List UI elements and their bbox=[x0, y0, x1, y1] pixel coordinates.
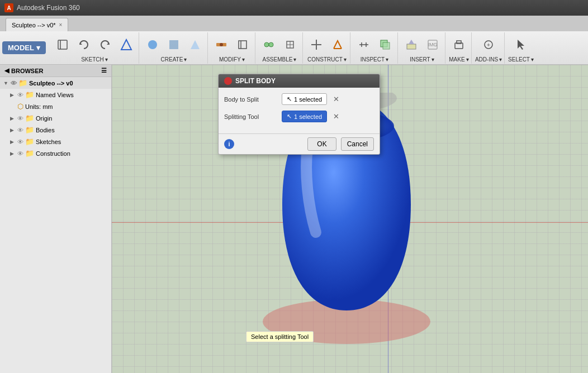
named-views-visibility-icon[interactable]: 👁 bbox=[17, 92, 23, 98]
insert-arrow[interactable]: ▾ bbox=[431, 56, 434, 63]
insert-btn-2[interactable]: IMG bbox=[423, 35, 443, 55]
origin-label: Origin bbox=[36, 115, 52, 122]
modify-btn-2[interactable] bbox=[233, 35, 253, 55]
select-btn-1[interactable] bbox=[511, 35, 531, 55]
body-to-split-selector[interactable]: ↖ 1 selected bbox=[282, 93, 327, 105]
inspect-arrow[interactable]: ▾ bbox=[386, 56, 388, 63]
model-button[interactable]: MODEL ▾ bbox=[2, 41, 46, 54]
bodies-arrow: ▶ bbox=[10, 127, 16, 133]
browser-item-sketches[interactable]: ▶ 👁 📁 Sketches bbox=[0, 136, 111, 147]
split-body-dialog: SPLIT BODY Body to Split ↖ 1 selected ✕ … bbox=[218, 74, 380, 155]
main-area: ◀ BROWSER ☰ ▼ 👁 📁 Sculpteo --> v0 ▶ 👁 📁 … bbox=[0, 65, 588, 373]
svg-point-13 bbox=[269, 42, 273, 47]
browser-item-bodies[interactable]: ▶ 👁 📁 Bodies bbox=[0, 124, 111, 136]
toolbar-section-assemble: ASSEMBLE ▾ bbox=[257, 32, 303, 64]
insert-btn-1[interactable] bbox=[401, 35, 421, 55]
dialog-footer: i OK Cancel bbox=[219, 133, 380, 154]
tool-selected-count: 1 selected bbox=[294, 113, 322, 120]
create-label: CREATE bbox=[161, 56, 183, 63]
sketch-action-btn[interactable] bbox=[116, 35, 136, 55]
root-label: Sculpteo --> v0 bbox=[29, 80, 73, 87]
sketches-visibility-icon[interactable]: 👁 bbox=[17, 138, 23, 145]
browser-item-construction[interactable]: ▶ 👁 📁 Construction bbox=[0, 147, 111, 159]
select-arrow[interactable]: ▾ bbox=[531, 56, 534, 63]
svg-text:+: + bbox=[487, 42, 490, 48]
construction-visibility-icon[interactable]: 👁 bbox=[17, 150, 23, 157]
make-label: MAKE bbox=[449, 56, 464, 63]
toolbar-section-select: SELECT ▾ bbox=[506, 32, 536, 64]
addins-arrow[interactable]: ▾ bbox=[499, 56, 502, 63]
active-tab[interactable]: Sculpteo --> v0* × bbox=[6, 18, 68, 31]
toolbar-section-create: CREATE ▾ bbox=[140, 32, 208, 64]
create-btn-3[interactable] bbox=[185, 35, 205, 55]
inspect-label: INSPECT bbox=[361, 56, 385, 63]
create-btn-2[interactable] bbox=[164, 35, 184, 55]
svg-point-12 bbox=[264, 42, 269, 47]
body-to-split-row: Body to Split ↖ 1 selected ✕ bbox=[224, 93, 374, 105]
dialog-title-text: SPLIT BODY bbox=[235, 77, 276, 85]
named-views-label: Named Views bbox=[36, 92, 74, 98]
named-views-arrow: ▶ bbox=[10, 92, 16, 98]
make-arrow[interactable]: ▾ bbox=[466, 56, 469, 63]
modify-label: MODIFY bbox=[219, 56, 241, 63]
construction-arrow: ▶ bbox=[10, 151, 16, 156]
ok-button[interactable]: OK bbox=[307, 137, 336, 151]
sidebar-collapse-btn[interactable]: ◀ bbox=[4, 67, 9, 74]
browser-item-root[interactable]: ▼ 👁 📁 Sculpteo --> v0 bbox=[0, 77, 111, 89]
make-btn-1[interactable] bbox=[449, 35, 469, 55]
inspect-btn-1[interactable] bbox=[354, 35, 374, 55]
sketches-arrow: ▶ bbox=[10, 139, 16, 145]
svg-text:A: A bbox=[7, 5, 11, 11]
create-arrow[interactable]: ▾ bbox=[184, 56, 187, 63]
model-label: MODEL bbox=[8, 44, 34, 52]
toolbar-section-sketch: SKETCH ▾ bbox=[50, 32, 139, 64]
tab-label: Sculpteo --> v0* bbox=[12, 22, 56, 28]
sketch-btn-1[interactable] bbox=[53, 35, 73, 55]
dialog-titlebar: SPLIT BODY bbox=[219, 74, 380, 88]
bodies-visibility-icon[interactable]: 👁 bbox=[17, 127, 23, 133]
body-selector-cursor-icon: ↖ bbox=[287, 95, 292, 103]
tool-clear-button[interactable]: ✕ bbox=[331, 112, 341, 121]
addins-btn-1[interactable]: + bbox=[478, 35, 499, 55]
named-views-folder-icon: 📁 bbox=[25, 90, 34, 99]
modify-arrow[interactable]: ▾ bbox=[242, 56, 245, 63]
construct-btn-2[interactable] bbox=[328, 35, 348, 55]
svg-marker-6 bbox=[121, 40, 131, 50]
root-folder-icon: 📁 bbox=[18, 79, 27, 87]
browser-title: BROWSER bbox=[11, 68, 43, 74]
svg-rect-2 bbox=[58, 40, 67, 49]
assemble-btn-1[interactable] bbox=[259, 35, 279, 55]
svg-point-7 bbox=[148, 40, 157, 49]
units-label: Units: mm bbox=[25, 103, 53, 110]
tab-close-button[interactable]: × bbox=[59, 22, 63, 28]
body-clear-button[interactable]: ✕ bbox=[331, 95, 341, 103]
dialog-close-btn[interactable] bbox=[224, 77, 232, 85]
construction-label: Construction bbox=[36, 150, 70, 157]
redo-btn[interactable] bbox=[95, 35, 115, 55]
browser-item-named-views[interactable]: ▶ 👁 📁 Named Views bbox=[0, 89, 111, 101]
viewport-tooltip: Select a splitting Tool bbox=[246, 331, 314, 342]
toolbar-section-insert: IMG INSERT ▾ bbox=[399, 32, 445, 64]
browser-item-origin[interactable]: ▶ 👁 📁 Origin bbox=[0, 112, 111, 124]
assemble-btn-2[interactable] bbox=[280, 35, 300, 55]
undo-btn[interactable] bbox=[74, 35, 94, 55]
sketch-arrow[interactable]: ▾ bbox=[105, 56, 108, 63]
sidebar-menu-btn[interactable]: ☰ bbox=[101, 67, 107, 74]
construct-btn-1[interactable] bbox=[306, 35, 326, 55]
splitting-tool-selector[interactable]: ↖ 1 selected bbox=[282, 111, 327, 122]
create-btn-1[interactable] bbox=[143, 35, 163, 55]
construct-arrow[interactable]: ▾ bbox=[344, 56, 347, 63]
construct-label: CONSTRUCT bbox=[307, 56, 343, 63]
viewport[interactable]: Select a splitting Tool SPLIT BODY Body … bbox=[112, 65, 588, 373]
browser-item-units[interactable]: ▶ ⬡ Units: mm bbox=[0, 101, 111, 112]
svg-rect-8 bbox=[169, 40, 178, 49]
cancel-button[interactable]: Cancel bbox=[341, 137, 374, 151]
inspect-btn-2[interactable] bbox=[375, 35, 395, 55]
dialog-info-icon[interactable]: i bbox=[224, 139, 234, 149]
assemble-arrow[interactable]: ▾ bbox=[293, 56, 296, 63]
modify-btn-1[interactable] bbox=[211, 35, 231, 55]
units-icon: ⬡ bbox=[17, 102, 23, 111]
origin-visibility-icon[interactable]: 👁 bbox=[17, 115, 23, 122]
root-visibility-icon[interactable]: 👁 bbox=[11, 80, 17, 87]
dialog-body: Body to Split ↖ 1 selected ✕ Splitting T… bbox=[219, 88, 380, 133]
